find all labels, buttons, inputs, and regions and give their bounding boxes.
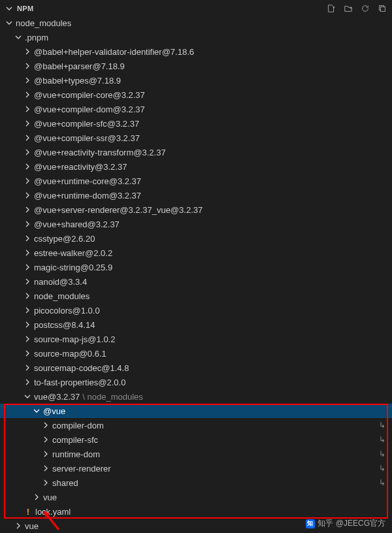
new-folder-icon[interactable] [344,4,353,13]
tree-folder[interactable]: magic-string@0.25.9 [0,260,392,274]
folder-label: estree-walker@2.0.2 [33,248,112,258]
tree-folder[interactable]: @babel+types@7.18.9 [0,73,392,88]
folder-label: @babel+types@7.18.9 [33,76,121,86]
chevron-right-icon [22,48,33,55]
folder-suffix: \ node_modules [80,392,143,402]
symlink-icon: ↳ [379,435,385,444]
chevron-right-icon [22,307,33,314]
tree-folder[interactable]: @vue+reactivity@3.2.37 [0,159,392,174]
collapse-all-icon[interactable] [378,4,387,13]
chevron-right-icon [41,422,51,428]
tree-file-lock-yaml[interactable]: ! lock.yaml [0,504,392,519]
folder-label: compiler-dom [51,421,104,430]
tree-folder[interactable]: runtime-dom↳ [0,447,392,461]
chevron-right-icon [22,379,33,385]
tree-folder-vue-pkg[interactable]: vue@3.2.37 \ node_modules [0,389,392,404]
chevron-right-icon [22,63,33,69]
folder-label: @vue+reactivity@3.2.37 [33,162,127,172]
folder-label: .pnpm [24,33,48,42]
svg-rect-1 [380,7,385,11]
folder-label: server-renderer [51,464,111,474]
tree-folder-node-modules[interactable]: node_modules [0,16,392,30]
header-actions [327,4,387,13]
folder-label: node_modules [14,18,71,28]
tree-folder[interactable]: estree-walker@2.0.2 [0,246,392,260]
chevron-right-icon [22,106,33,112]
chevron-right-icon [22,120,33,127]
tree-folder[interactable]: nanoid@3.3.4 [0,274,392,289]
chevron-right-icon [22,293,33,299]
symlink-icon: ↳ [379,464,385,473]
chevron-right-icon [22,206,33,213]
chevron-right-icon [22,192,33,199]
symlink-icon: ↳ [379,421,385,430]
folder-label: @vue+runtime-dom@3.2.37 [33,191,141,201]
folder-label: @vue+compiler-ssr@3.2.37 [33,133,140,143]
folder-label: csstype@2.6.20 [33,234,95,244]
chevron-right-icon [22,135,33,141]
tree-folder[interactable]: @babel+parser@7.18.9 [0,59,392,73]
tree-folder[interactable]: source-map-js@1.0.2 [0,332,392,346]
chevron-right-icon [22,163,33,170]
chevron-down-icon [22,393,33,400]
chevron-right-icon [22,221,33,227]
tree-folder[interactable]: csstype@2.6.20 [0,231,392,246]
tree-folder[interactable]: server-renderer↳ [0,461,392,476]
tree-folder[interactable]: compiler-dom↳ [0,418,392,432]
folder-label: @vue+shared@3.2.37 [33,219,120,229]
chevron-right-icon [13,523,24,529]
symlink-icon: ↳ [379,478,385,487]
chevron-right-icon [22,278,33,285]
tree-folder[interactable]: @babel+helper-validator-identifier@7.18.… [0,44,392,59]
chevron-right-icon [41,451,51,457]
folder-label: source-map@0.6.1 [33,349,106,359]
folder-label: @vue+compiler-core@3.2.37 [33,90,145,100]
chevron-right-icon [22,336,33,342]
tree-folder[interactable]: @vue+compiler-ssr@3.2.37 [0,131,392,145]
folder-label: node_modules [33,291,90,301]
chevron-right-icon [22,250,33,256]
chevron-down-icon[interactable] [4,5,14,12]
folder-label: vue [24,521,39,531]
folder-label: source-map-js@1.0.2 [33,334,115,344]
tree-folder[interactable]: @vue+compiler-dom@3.2.37 [0,102,392,116]
zhihu-icon: 知 [306,519,315,528]
tree-folder[interactable]: @vue+runtime-dom@3.2.37 [0,188,392,202]
tree-folder-at-vue[interactable]: @vue [0,404,392,418]
folder-label: to-fast-properties@2.0.0 [33,378,125,387]
new-file-icon[interactable] [327,4,336,13]
chevron-right-icon [22,264,33,270]
chevron-right-icon [22,178,33,184]
tree-folder-vue[interactable]: vue [0,490,392,504]
folder-label: @vue+server-renderer@3.2.37_vue@3.2.37 [33,205,203,215]
folder-label: @vue+compiler-sfc@3.2.37 [33,119,139,129]
tree-folder-pnpm[interactable]: .pnpm [0,30,392,44]
folder-label: nanoid@3.3.4 [33,277,87,287]
watermark-text: @JEECG官方 [336,518,385,529]
yaml-file-icon: ! [24,507,33,517]
chevron-right-icon [41,436,51,443]
tree-folder[interactable]: to-fast-properties@2.0.0 [0,375,392,389]
tree-folder[interactable]: node_modules [0,289,392,303]
tree-folder[interactable]: compiler-sfc↳ [0,432,392,447]
tree-folder[interactable]: postcss@8.4.14 [0,317,392,332]
tree-folder[interactable]: shared↳ [0,476,392,490]
tree-folder[interactable]: @vue+compiler-core@3.2.37 [0,88,392,102]
folder-label: @babel+helper-validator-identifier@7.18.… [33,47,194,57]
tree-folder[interactable]: @vue+runtime-core@3.2.37 [0,174,392,188]
tree-folder[interactable]: @vue+reactivity-transform@3.2.37 [0,145,392,159]
refresh-icon[interactable] [361,4,370,13]
tree-folder[interactable]: sourcemap-codec@1.4.8 [0,361,392,375]
tree-folder[interactable]: @vue+compiler-sfc@3.2.37 [0,116,392,131]
chevron-right-icon [22,350,33,357]
tree-folder[interactable]: @vue+shared@3.2.37 [0,217,392,231]
folder-label: @vue+reactivity-transform@3.2.37 [33,148,166,157]
chevron-right-icon [22,91,33,98]
tree-folder[interactable]: source-map@0.6.1 [0,346,392,361]
folder-label: postcss@8.4.14 [33,320,95,330]
tree-folder[interactable]: picocolors@1.0.0 [0,303,392,317]
chevron-right-icon [22,364,33,371]
folder-label: magic-string@0.25.9 [33,263,112,272]
chevron-down-icon [13,34,24,40]
tree-folder[interactable]: @vue+server-renderer@3.2.37_vue@3.2.37 [0,202,392,217]
